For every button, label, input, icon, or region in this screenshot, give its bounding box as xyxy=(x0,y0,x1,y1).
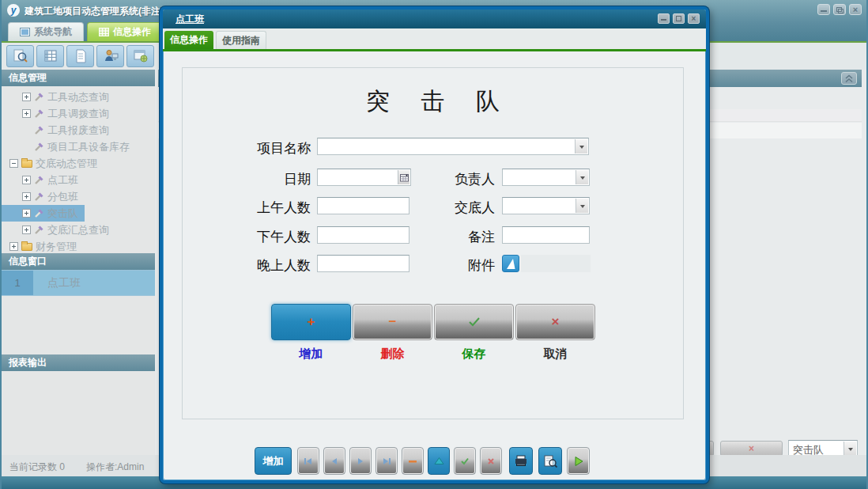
dropdown-arrow-icon[interactable] xyxy=(575,139,587,154)
expand-icon[interactable] xyxy=(22,93,31,101)
user-session-button[interactable] xyxy=(96,45,124,67)
minimize-button[interactable] xyxy=(817,4,830,15)
add-button[interactable]: + xyxy=(271,304,351,340)
tab-system-nav[interactable]: 系统导航 xyxy=(8,22,84,41)
sidebar-item-hourly-crew[interactable]: 点工班 xyxy=(2,172,85,188)
dialog-titlebar[interactable]: 点工班 xyxy=(163,9,706,28)
operator-status: 操作者:Admin xyxy=(86,461,144,474)
morning-count-label: 上午人数 xyxy=(183,199,311,217)
play-icon xyxy=(573,456,584,467)
tree-label: 分包班 xyxy=(47,190,78,204)
minimize-icon xyxy=(821,10,827,12)
confirm-button[interactable] xyxy=(454,447,476,475)
dropdown-arrow-icon[interactable] xyxy=(576,199,588,213)
manager-select[interactable] xyxy=(502,169,590,186)
expand-icon[interactable] xyxy=(22,176,31,184)
tab-info-operation[interactable]: 信息操作 xyxy=(87,22,163,41)
dialog-tab-user-guide[interactable]: 使用指南 xyxy=(216,31,266,49)
discloser-label: 交底人 xyxy=(372,199,495,217)
last-icon xyxy=(382,457,391,466)
cancel-edit-button[interactable] xyxy=(480,447,502,475)
next-record-button[interactable] xyxy=(349,447,372,475)
delete-button[interactable]: − xyxy=(353,304,432,340)
remark-input[interactable] xyxy=(503,227,589,243)
table-view-button[interactable] xyxy=(36,45,64,67)
restore-button[interactable] xyxy=(833,4,846,15)
sidebar-item-tool-transfer-query[interactable]: 工具调拨查询 xyxy=(2,105,115,122)
dialog-close-button[interactable]: × xyxy=(688,13,700,24)
tab-label: 信息操作 xyxy=(113,25,151,39)
remove-record-button[interactable] xyxy=(402,447,424,475)
sidebar-item-tool-dynamic-query[interactable]: 工具动态查询 xyxy=(2,89,115,105)
dropdown-arrow-icon[interactable] xyxy=(843,442,856,456)
app-logo-icon: y xyxy=(7,4,20,17)
save-button-label: 保存 xyxy=(434,347,514,362)
run-button[interactable] xyxy=(567,447,590,475)
document-icon xyxy=(73,49,89,63)
tree-label: 交底汇总查询 xyxy=(47,223,109,237)
attachment-button[interactable] xyxy=(502,255,519,272)
list-item-dian-gong-ban[interactable]: 1 点工班 xyxy=(2,270,155,296)
remark-field[interactable] xyxy=(502,226,590,244)
save-button[interactable] xyxy=(434,304,514,340)
preview-button[interactable] xyxy=(538,447,562,475)
project-name-select[interactable] xyxy=(317,138,589,155)
form-title: 突 击 队 xyxy=(183,85,683,118)
footer-add-button[interactable]: 增加 xyxy=(255,447,292,475)
window-globe-button[interactable] xyxy=(126,45,154,67)
user-workstation-icon xyxy=(103,49,119,63)
report-output-list xyxy=(2,371,155,455)
preview-icon xyxy=(543,455,557,468)
sidebar-item-project-tool-inventory[interactable]: 项目工具设备库存 xyxy=(2,138,136,155)
first-record-button[interactable] xyxy=(297,447,319,475)
document-button[interactable] xyxy=(66,45,94,67)
expand-icon[interactable] xyxy=(22,226,31,234)
collapse-icon[interactable] xyxy=(9,159,18,168)
print-button[interactable] xyxy=(509,447,533,475)
collapse-panel-button[interactable] xyxy=(841,72,857,85)
afternoon-count-label: 下午人数 xyxy=(183,228,311,246)
tool-icon xyxy=(34,208,44,218)
close-button[interactable]: × xyxy=(849,4,862,15)
folder-icon xyxy=(21,243,32,251)
dialog-tab-info-operation[interactable]: 信息操作 xyxy=(164,31,213,49)
sidebar-tree: 工具动态查询 工具调拨查询 工具报废查询 项目工具设备库存 交底动态管理 点工班 xyxy=(2,86,155,253)
expand-icon[interactable] xyxy=(22,109,31,118)
window-left-border xyxy=(0,0,2,489)
sidebar-header-report-output: 报表输出 xyxy=(2,354,155,371)
previous-icon xyxy=(330,457,339,466)
last-record-button[interactable] xyxy=(376,447,398,475)
sidebar-item-tool-scrap-query[interactable]: 工具报废查询 xyxy=(2,122,115,138)
background-cancel-button[interactable]: × xyxy=(720,441,783,457)
search-button[interactable] xyxy=(6,45,34,67)
tool-icon xyxy=(34,225,44,235)
tree-label: 点工班 xyxy=(47,173,78,188)
minimize-icon xyxy=(661,19,666,21)
tool-icon xyxy=(34,142,44,152)
sidebar-item-assault-team[interactable]: 突击队 xyxy=(2,205,85,222)
cancel-button-label: 取消 xyxy=(515,347,595,362)
remark-label: 备注 xyxy=(372,228,495,246)
next-icon xyxy=(356,457,365,466)
edit-record-button[interactable] xyxy=(428,447,450,475)
sidebar-item-disclosure-summary-query[interactable]: 交底汇总查询 xyxy=(2,222,115,238)
previous-record-button[interactable] xyxy=(323,447,345,475)
tool-icon xyxy=(34,92,44,102)
plus-icon: + xyxy=(308,314,315,330)
expand-icon[interactable] xyxy=(9,242,18,251)
expand-icon[interactable] xyxy=(22,209,31,218)
search-icon xyxy=(13,49,28,63)
project-name-input[interactable] xyxy=(318,138,588,154)
dropdown-arrow-icon[interactable] xyxy=(576,170,588,184)
sidebar-folder-disclosure-manage[interactable]: 交底动态管理 xyxy=(2,155,104,172)
check-icon xyxy=(468,317,481,328)
sidebar-item-subcontract-crew[interactable]: 分包班 xyxy=(2,188,85,205)
dialog-minimize-button[interactable] xyxy=(658,13,670,24)
cancel-button[interactable]: × xyxy=(515,304,595,340)
x-icon: × xyxy=(552,314,560,330)
discloser-select[interactable] xyxy=(502,197,590,214)
close-icon: × xyxy=(850,5,861,14)
sidebar-folder-finance-manage[interactable]: 财务管理 xyxy=(2,238,83,253)
dialog-maximize-button[interactable] xyxy=(673,13,685,24)
expand-icon[interactable] xyxy=(22,192,31,201)
